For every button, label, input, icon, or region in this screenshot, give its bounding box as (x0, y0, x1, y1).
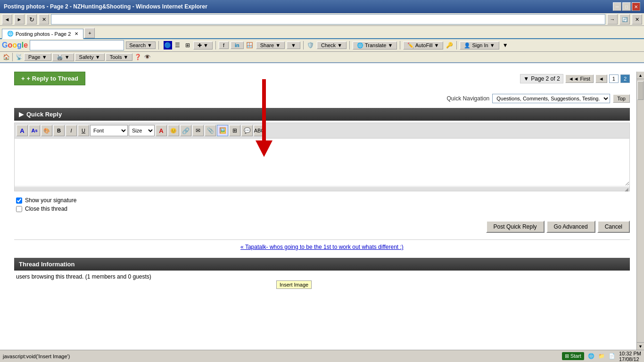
go-advanced-btn[interactable]: Go Advanced (546, 221, 595, 233)
font-color-btn[interactable]: A (17, 125, 28, 136)
pagination-area: ▼ Page 2 of 2 ◄◄ First ◄ 1 2 (520, 74, 630, 83)
thread-info-header: Thread Information (14, 258, 630, 271)
status-left: javascript:void('Insert Image') (3, 354, 70, 359)
close-btn[interactable]: ✕ (632, 2, 640, 11)
action-buttons: Post Quick Reply Go Advanced Cancel (14, 218, 630, 236)
first-page-btn[interactable]: ◄◄ First (565, 74, 594, 83)
minimize-btn[interactable]: ─ (613, 2, 621, 11)
tab-close-btn[interactable]: ✕ (74, 31, 78, 36)
eye-icon[interactable]: 👁️ (143, 53, 151, 61)
add-btn[interactable]: ✚ ▼ (193, 41, 213, 49)
insert-image-btn[interactable]: 🖼️ (217, 125, 228, 136)
time-display: 10:32 PM (619, 351, 641, 356)
taskbar-start[interactable]: ⊞ Start (562, 352, 584, 360)
rss-feed-icon[interactable]: 📡 (15, 53, 23, 61)
google-logo: Google (2, 41, 28, 49)
signin-btn[interactable]: 👤 Sign In ▼ (460, 41, 499, 49)
link-btn[interactable]: 🔗 (180, 125, 191, 136)
maximize-btn[interactable]: □ (622, 2, 631, 11)
close-tab-icon[interactable]: ✕ (632, 14, 642, 25)
resize-handle[interactable]: ◢ (15, 187, 629, 191)
title-bar-text: Posting photos - Page 2 - NZHunting&Shoo… (4, 3, 207, 10)
page-dropdown-arrow: ▼ (523, 75, 529, 82)
windows-icon[interactable]: 🪟 (246, 41, 254, 49)
linkedin-btn[interactable]: in (231, 41, 244, 49)
page-2-btn[interactable]: 2 (620, 74, 630, 83)
close-thread-label: Close this thread (25, 206, 67, 212)
close-thread-row: Close this thread (16, 206, 628, 212)
underline-btn[interactable]: U (78, 125, 89, 136)
font-color-a-btn[interactable]: A (156, 125, 167, 136)
thread-info-text: users browsing this thread. (1 members a… (14, 271, 630, 283)
bing-icon[interactable]: 🔵 (164, 41, 172, 49)
quote-btn[interactable]: 💬 (241, 125, 253, 136)
separator5 (400, 41, 400, 49)
status-bar: javascript:void('Insert Image') ⊞ Start … (0, 350, 644, 362)
home-icon[interactable]: 🏠 (2, 53, 10, 61)
tab-label: Posting photos - Page 2 (16, 31, 71, 37)
norton-icon[interactable]: 🛡️ (306, 41, 315, 49)
signature-checkbox[interactable] (16, 197, 22, 204)
quick-nav-select[interactable]: Questions, Comments, Suggestions, Testin… (492, 94, 610, 103)
print-btn[interactable]: 🖨️ ▼ (52, 53, 74, 61)
bold-btn[interactable]: B (53, 125, 65, 136)
folder-taskbar[interactable]: 📁 (598, 353, 605, 359)
address-bar[interactable]: http://www.nzhuntingandshooting.co.nz/f3… (51, 14, 605, 25)
stop-btn[interactable]: ✕ (39, 14, 49, 25)
refresh-btn[interactable]: ↻ (26, 14, 37, 25)
quick-nav-area: Quick Navigation Questions, Comments, Su… (14, 91, 630, 103)
prev-page-btn[interactable]: ◄ (595, 74, 607, 83)
active-tab[interactable]: 🌐 Posting photos - Page 2 ✕ (2, 29, 83, 39)
search-go-btn[interactable]: → (607, 14, 618, 25)
smiley-btn[interactable]: 😊 (168, 125, 179, 136)
font-style-btn[interactable]: 🎨 (41, 125, 52, 136)
scroll-down-btn[interactable]: ▼ (637, 342, 644, 350)
scrollbar-thumb[interactable] (637, 81, 644, 100)
insert-image-tooltip: Insert Image (276, 280, 312, 289)
post-quick-reply-btn[interactable]: Post Quick Reply (486, 221, 545, 233)
share-btn[interactable]: Share ▼ (256, 41, 285, 49)
italic-btn[interactable]: I (66, 125, 77, 136)
email-btn[interactable]: ✉ (192, 125, 204, 136)
menu-icon[interactable]: ☰ (173, 41, 182, 49)
google-search-btn[interactable]: Search ▼ (126, 41, 156, 49)
date-display: 17/08/12 (619, 356, 639, 362)
facebook-btn[interactable]: f (219, 41, 229, 49)
close-thread-checkbox[interactable] (16, 206, 22, 212)
forward-btn[interactable]: ► (14, 14, 25, 25)
cancel-btn[interactable]: Cancel (597, 221, 630, 233)
attach-btn[interactable]: 📎 (205, 125, 216, 136)
toolbar-icons: 🔵 ☰ ⊞ ✚ ▼ (164, 41, 213, 49)
doc-taskbar[interactable]: 📄 (609, 353, 615, 359)
quick-reply-title: Quick Reply (26, 111, 62, 118)
table-btn[interactable]: ⊞ (229, 125, 240, 136)
autofill-btn[interactable]: ✏️ AutoFill ▼ (403, 41, 443, 49)
signin-extra[interactable]: ▼ (501, 41, 510, 49)
grid-icon[interactable]: ⊞ (183, 41, 192, 49)
font-select[interactable]: Font (90, 125, 128, 136)
reply-to-thread-btn[interactable]: + + Reply to Thread (14, 72, 85, 85)
safety-btn[interactable]: Safety ▼ (75, 53, 105, 61)
translate-btn[interactable]: 🌐 Translate ▼ (353, 41, 397, 49)
autofill-icon[interactable]: 🔑 (445, 41, 454, 49)
ie-taskbar[interactable]: 🌐 (588, 353, 594, 359)
spell-check-btn[interactable]: ABC (254, 125, 265, 136)
scroll-up-btn[interactable]: ▲ (637, 72, 644, 79)
reply-textarea[interactable] (15, 139, 629, 186)
page-1-btn[interactable]: 1 (609, 74, 619, 83)
refresh-icon[interactable]: 🔄 (619, 14, 630, 25)
size-select[interactable]: Size (129, 125, 155, 136)
scrollbar[interactable]: ▲ ▼ (636, 72, 644, 350)
check-btn[interactable]: Check ▼ (317, 41, 347, 49)
tapatalk-link[interactable]: « Tapatalk- whos going to be the 1st to … (14, 239, 630, 254)
google-bar: Google Search ▼ 🔵 ☰ ⊞ ✚ ▼ f in 🪟 Share ▼… (0, 39, 644, 52)
font-size-btn[interactable]: As (29, 125, 40, 136)
google-search-input[interactable] (30, 40, 124, 50)
new-tab-btn[interactable]: + (84, 28, 95, 38)
help-icon[interactable]: ❓ (133, 53, 142, 61)
tools-btn[interactable]: Tools ▼ (106, 53, 133, 61)
page-btn[interactable]: Page ▼ (24, 53, 51, 61)
rss-btn[interactable]: ▼ (287, 41, 300, 49)
back-btn[interactable]: ◄ (2, 14, 12, 25)
top-btn[interactable]: Top (613, 94, 630, 103)
